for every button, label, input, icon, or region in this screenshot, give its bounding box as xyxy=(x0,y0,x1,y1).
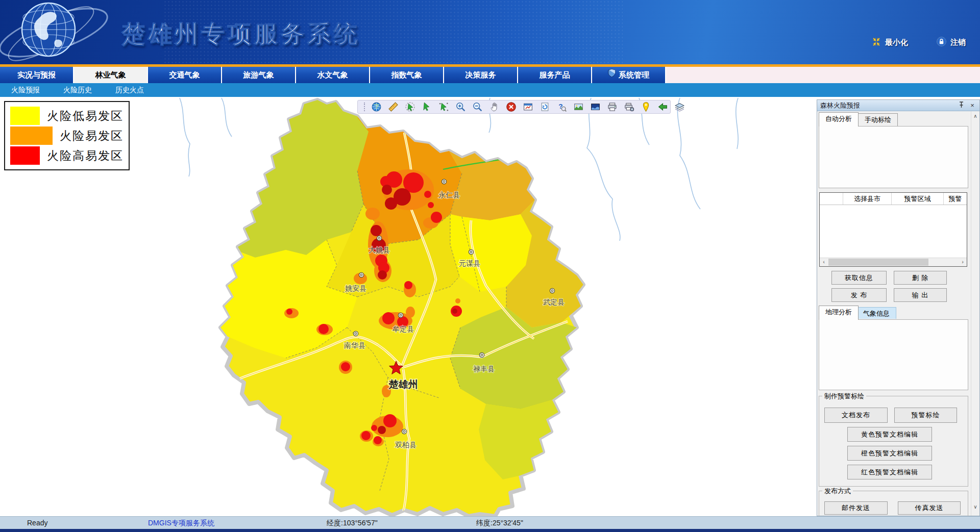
email-send-button[interactable]: 邮件发送 xyxy=(824,501,888,515)
globe-icon[interactable] xyxy=(371,102,382,112)
tab-weather-info[interactable]: 气象信息 xyxy=(856,307,896,319)
tab-live-forecast[interactable]: 实况与预报 xyxy=(0,67,74,83)
toolbar-grip-handle[interactable] xyxy=(364,103,365,111)
stop-icon[interactable] xyxy=(506,102,517,112)
map-toolbar: ? xyxy=(357,100,671,114)
hscroll-thumb[interactable] xyxy=(828,259,928,266)
svg-text:?: ? xyxy=(558,103,562,110)
svg-text:姚安县: 姚安县 xyxy=(345,284,366,292)
warning-table[interactable]: 选择县市 预警区域 预警 ‹ › xyxy=(819,192,967,267)
pan-hand-icon[interactable] xyxy=(489,102,500,112)
tab-service-products[interactable]: 服务产品 xyxy=(518,67,592,83)
globe-logo-icon xyxy=(0,0,128,64)
minimize-button[interactable]: 最小化 xyxy=(872,37,908,48)
forest-fire-panel: 森林火险预报 × ∧ ∨ 自动分析 手动标绘 预警日期 2023年 6月16日∨… xyxy=(817,99,980,516)
publish-group-title: 发布方式 xyxy=(822,487,853,496)
panel-title: 森林火险预报 xyxy=(820,101,954,110)
auto-analysis-page xyxy=(819,126,968,188)
col-blank xyxy=(820,193,843,205)
marker-pin-icon[interactable] xyxy=(641,102,651,112)
image-export-icon[interactable] xyxy=(573,102,584,112)
scroll-right-icon[interactable]: › xyxy=(959,258,967,266)
svg-text:永仁县: 永仁县 xyxy=(438,191,460,199)
svg-text:南华县: 南华县 xyxy=(344,341,365,349)
panel-scrollbar[interactable]: ∧ ∨ xyxy=(971,111,979,516)
tab-system-admin[interactable]: 系统管理 xyxy=(592,67,666,83)
col-warn-area: 预警区域 xyxy=(892,193,944,205)
svg-text:武定县: 武定县 xyxy=(543,298,565,306)
select-by-circle-icon[interactable] xyxy=(405,102,415,112)
red-warning-doc-button[interactable]: 红色预警文档编辑 xyxy=(847,465,932,479)
panel-titlebar: 森林火险预报 × xyxy=(817,100,979,111)
tab-geo-analysis[interactable]: 地理分析 xyxy=(819,306,859,320)
full-extent-icon[interactable] xyxy=(523,102,533,112)
marking-group-title: 制作预警标绘 xyxy=(822,392,866,401)
status-ready: Ready xyxy=(27,519,47,527)
tab-hydro-weather[interactable]: 水文气象 xyxy=(296,67,370,83)
back-arrow-icon[interactable] xyxy=(657,102,668,112)
legend-label-high: 火险高易发区 xyxy=(47,148,124,164)
close-panel-icon[interactable]: × xyxy=(968,102,976,109)
app-header: 楚雄州专项服务系统 最小化 xyxy=(0,0,980,64)
pin-panel-icon[interactable] xyxy=(957,102,965,110)
identify-icon[interactable]: ? xyxy=(556,102,567,112)
delete-button[interactable]: 删 除 xyxy=(894,271,947,285)
status-latitude: 纬度:25°32'45" xyxy=(476,519,523,528)
shield-icon xyxy=(608,67,616,83)
scroll-down-icon[interactable]: ∨ xyxy=(971,503,979,512)
page-title: 楚雄州专项服务系统 xyxy=(121,18,360,50)
tab-forestry-weather[interactable]: 林业气象 xyxy=(74,67,148,83)
layers-icon[interactable] xyxy=(674,102,685,112)
legend-swatch-medium xyxy=(10,126,53,145)
image-swatch-icon[interactable] xyxy=(590,102,601,112)
tab-tourism-weather[interactable]: 旅游气象 xyxy=(222,67,296,83)
legend-swatch-low xyxy=(10,107,40,125)
zoom-out-icon[interactable] xyxy=(472,102,483,112)
doc-publish-button[interactable]: 文档发布 xyxy=(824,408,888,423)
tab-system-admin-label: 系统管理 xyxy=(619,67,649,83)
subnav-fire-forecast[interactable]: 火险预报 xyxy=(11,86,40,95)
status-bar: Ready DMGIS专项服务系统 经度:103°56'57" 纬度:25°32… xyxy=(0,516,980,529)
tab-auto-analysis[interactable]: 自动分析 xyxy=(819,112,859,126)
fax-send-button[interactable]: 传真发送 xyxy=(898,501,961,515)
select-features-icon[interactable] xyxy=(438,102,449,112)
tab-manual-plot[interactable]: 手动标绘 xyxy=(858,113,898,126)
table-header-row: 选择县市 预警区域 预警 xyxy=(820,193,967,205)
yellow-warning-doc-button[interactable]: 黄色预警文档编辑 xyxy=(847,427,932,442)
bottom-strip xyxy=(0,529,980,532)
legend-item-medium: 火险易发区 xyxy=(10,126,124,145)
scroll-left-icon[interactable]: ‹ xyxy=(820,258,828,266)
main-nav: 实况与预报 林业气象 交通气象 旅游气象 水文气象 指数气象 决策服务 服务产品… xyxy=(0,67,980,83)
measure-ruler-icon[interactable] xyxy=(388,102,399,112)
get-info-button[interactable]: 获取信息 xyxy=(831,271,887,285)
zoom-in-icon[interactable] xyxy=(455,102,466,112)
svg-text:元谋县: 元谋县 xyxy=(459,259,480,267)
select-arrow-icon[interactable] xyxy=(422,102,432,112)
svg-text:双柏县: 双柏县 xyxy=(395,441,416,449)
logout-button[interactable]: 注销 xyxy=(937,37,966,48)
legend-item-high: 火险高易发区 xyxy=(10,146,124,165)
tab-decision-service[interactable]: 决策服务 xyxy=(444,67,518,83)
marking-group: 制作预警标绘 文档发布 预警标绘 黄色预警文档编辑 橙色预警文档编辑 红色预警文… xyxy=(819,396,968,487)
subnav-fire-history[interactable]: 火险历史 xyxy=(63,86,92,95)
sub-nav: 火险预报 火险历史 历史火点 xyxy=(0,83,980,97)
warn-mark-button[interactable]: 预警标绘 xyxy=(894,408,957,423)
publish-group: 发布方式 邮件发送 传真发送 xyxy=(819,491,968,516)
print-icon[interactable] xyxy=(607,102,618,112)
orange-warning-doc-button[interactable]: 橙色预警文档编辑 xyxy=(847,446,932,461)
tab-index-weather[interactable]: 指数气象 xyxy=(370,67,444,83)
legend-label-low: 火险低易发区 xyxy=(47,108,124,124)
scroll-up-icon[interactable]: ∧ xyxy=(971,112,979,121)
col-warn: 预警 xyxy=(944,193,967,205)
publish-button[interactable]: 发 布 xyxy=(831,288,887,302)
tab-traffic-weather[interactable]: 交通气象 xyxy=(148,67,222,83)
subnav-historic-firepoints[interactable]: 历史火点 xyxy=(115,86,144,95)
export-button[interactable]: 输 出 xyxy=(894,288,947,302)
svg-text:大姚县: 大姚县 xyxy=(369,246,390,254)
geo-analysis-page xyxy=(819,319,968,390)
status-longitude: 经度:103°56'57" xyxy=(327,519,378,528)
refresh-icon[interactable] xyxy=(540,102,550,112)
print-setup-icon[interactable] xyxy=(624,102,634,112)
table-hscrollbar[interactable]: ‹ › xyxy=(820,258,967,266)
status-system-link[interactable]: DMGIS专项服务系统 xyxy=(148,519,214,528)
